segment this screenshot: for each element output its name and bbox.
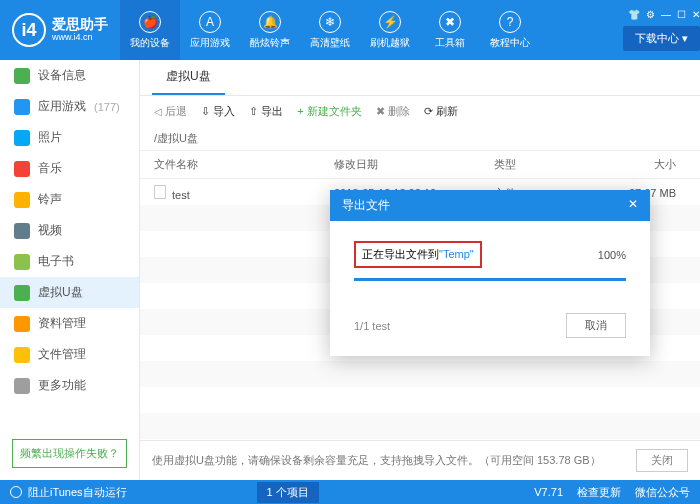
refresh-button[interactable]: ⟳ 刷新 xyxy=(424,104,458,119)
sidebar-icon xyxy=(14,347,30,363)
nav-bar: 🍎我的设备 A应用游戏 🔔酷炫铃声 ❄高清壁纸 ⚡刷机越狱 ✖工具箱 ?教程中心 xyxy=(120,0,623,60)
sidebar-item-8[interactable]: 资料管理 xyxy=(0,308,139,339)
col-date[interactable]: 修改日期 xyxy=(334,157,494,172)
logo-icon: i4 xyxy=(12,13,46,47)
tab-bar: 虚拟U盘 xyxy=(140,60,700,96)
sidebar-list: 设备信息应用游戏(177)照片音乐铃声视频电子书虚拟U盘资料管理文件管理更多功能 xyxy=(0,60,139,401)
sidebar-icon xyxy=(14,316,30,332)
col-type[interactable]: 类型 xyxy=(494,157,606,172)
new-folder-button[interactable]: + 新建文件夹 xyxy=(297,104,362,119)
help-link[interactable]: 频繁出现操作失败？ xyxy=(12,439,127,468)
sidebar-item-9[interactable]: 文件管理 xyxy=(0,339,139,370)
sidebar-item-5[interactable]: 视频 xyxy=(0,215,139,246)
sidebar-icon xyxy=(14,254,30,270)
export-dialog: 导出文件 ✕ 正在导出文件到"Temp" 100% 1/1 test 取消 xyxy=(330,190,650,356)
cancel-button[interactable]: 取消 xyxy=(566,313,626,338)
bell-icon: 🔔 xyxy=(259,11,281,33)
hint-close-button[interactable]: 关闭 xyxy=(636,449,688,472)
book-icon: ? xyxy=(499,11,521,33)
block-itunes-toggle[interactable]: 阻止iTunes自动运行 xyxy=(28,485,127,500)
sidebar-item-10[interactable]: 更多功能 xyxy=(0,370,139,401)
export-status-text: 正在导出文件到"Temp" xyxy=(354,241,482,268)
item-count: 1 个项目 xyxy=(257,482,319,503)
tab-virtual-usb[interactable]: 虚拟U盘 xyxy=(152,60,225,95)
app-url: www.i4.cn xyxy=(52,33,108,43)
nav-flash[interactable]: ⚡刷机越狱 xyxy=(360,0,420,60)
progress-count: 1/1 test xyxy=(354,320,390,332)
settings-icon[interactable]: ⚙ xyxy=(646,9,655,20)
flower-icon: ❄ xyxy=(319,11,341,33)
download-center-button[interactable]: 下载中心 ▾ xyxy=(623,26,700,51)
col-name[interactable]: 文件名称 xyxy=(154,157,334,172)
version-label: V7.71 xyxy=(534,486,563,498)
nav-my-device[interactable]: 🍎我的设备 xyxy=(120,0,180,60)
nav-tutorial[interactable]: ?教程中心 xyxy=(480,0,540,60)
sidebar-item-4[interactable]: 铃声 xyxy=(0,184,139,215)
nav-tools[interactable]: ✖工具箱 xyxy=(420,0,480,60)
toolbar: ◁ 后退 ⇩ 导入 ⇧ 导出 + 新建文件夹 ✖ 删除 ⟳ 刷新 xyxy=(140,96,700,127)
hint-text: 使用虚拟U盘功能，请确保设备剩余容量充足，支持拖拽导入文件。（可用空间 153.… xyxy=(152,453,601,468)
sidebar-icon xyxy=(14,68,30,84)
theme-icon[interactable]: 👕 xyxy=(628,9,640,20)
sidebar-icon xyxy=(14,99,30,115)
flash-icon: ⚡ xyxy=(379,11,401,33)
nav-ringtones[interactable]: 🔔酷炫铃声 xyxy=(240,0,300,60)
sidebar-item-2[interactable]: 照片 xyxy=(0,122,139,153)
sidebar-item-3[interactable]: 音乐 xyxy=(0,153,139,184)
dialog-close-icon[interactable]: ✕ xyxy=(628,197,638,214)
tools-icon: ✖ xyxy=(439,11,461,33)
back-button[interactable]: ◁ 后退 xyxy=(154,104,187,119)
hint-bar: 使用虚拟U盘功能，请确保设备剩余容量充足，支持拖拽导入文件。（可用空间 153.… xyxy=(140,440,700,480)
wechat-button[interactable]: 微信公众号 xyxy=(635,485,690,500)
sidebar-item-1[interactable]: 应用游戏(177) xyxy=(0,91,139,122)
status-bar: 阻止iTunes自动运行 1 个项目 V7.71 检查更新 微信公众号 xyxy=(0,480,700,504)
table-header: 文件名称 修改日期 类型 大小 xyxy=(140,150,700,179)
app-icon: A xyxy=(199,11,221,33)
sidebar-icon xyxy=(14,223,30,239)
delete-button[interactable]: ✖ 删除 xyxy=(376,104,410,119)
sidebar-icon xyxy=(14,161,30,177)
sidebar-item-0[interactable]: 设备信息 xyxy=(0,60,139,91)
progress-bar xyxy=(354,278,626,281)
export-percent: 100% xyxy=(598,249,626,261)
sidebar-icon xyxy=(14,285,30,301)
main-panel: 虚拟U盘 ◁ 后退 ⇩ 导入 ⇧ 导出 + 新建文件夹 ✖ 删除 ⟳ 刷新 /虚… xyxy=(140,60,700,480)
minimize-icon[interactable]: — xyxy=(661,9,671,20)
chevron-down-icon: ▾ xyxy=(682,32,688,44)
import-button[interactable]: ⇩ 导入 xyxy=(201,104,235,119)
status-indicator-icon xyxy=(10,486,22,498)
check-update-button[interactable]: 检查更新 xyxy=(577,485,621,500)
close-icon[interactable]: ✕ xyxy=(692,9,700,20)
sidebar-item-7[interactable]: 虚拟U盘 xyxy=(0,277,139,308)
sidebar-item-6[interactable]: 电子书 xyxy=(0,246,139,277)
window-controls: 👕 ⚙ — ☐ ✕ xyxy=(628,9,700,20)
app-header: i4 爱思助手 www.i4.cn 🍎我的设备 A应用游戏 🔔酷炫铃声 ❄高清壁… xyxy=(0,0,700,60)
app-name: 爱思助手 xyxy=(52,17,108,32)
col-size[interactable]: 大小 xyxy=(606,157,686,172)
sidebar-icon xyxy=(14,192,30,208)
file-icon xyxy=(154,185,166,199)
nav-wallpaper[interactable]: ❄高清壁纸 xyxy=(300,0,360,60)
apple-icon: 🍎 xyxy=(139,11,161,33)
sidebar: 设备信息应用游戏(177)照片音乐铃声视频电子书虚拟U盘资料管理文件管理更多功能… xyxy=(0,60,140,480)
breadcrumb[interactable]: /虚拟U盘 xyxy=(140,127,700,150)
sidebar-icon xyxy=(14,130,30,146)
nav-apps[interactable]: A应用游戏 xyxy=(180,0,240,60)
sidebar-icon xyxy=(14,378,30,394)
export-button[interactable]: ⇧ 导出 xyxy=(249,104,283,119)
maximize-icon[interactable]: ☐ xyxy=(677,9,686,20)
app-logo: i4 爱思助手 www.i4.cn xyxy=(0,13,120,47)
dialog-title: 导出文件 xyxy=(342,197,390,214)
